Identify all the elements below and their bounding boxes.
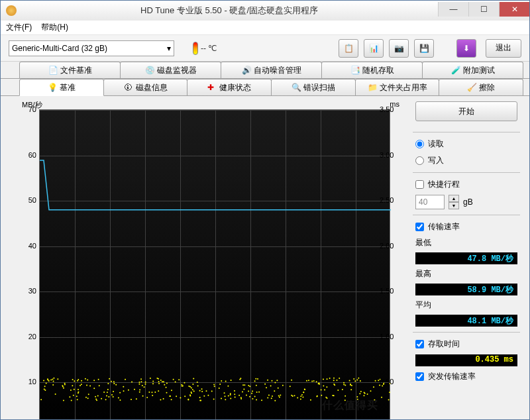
size-input[interactable] xyxy=(415,195,445,209)
copy-graph-button[interactable]: 📊 xyxy=(364,39,384,58)
svg-point-177 xyxy=(280,394,281,395)
temperature-display: -- ℃ xyxy=(193,42,217,55)
svg-point-126 xyxy=(271,397,272,399)
svg-point-24 xyxy=(163,398,164,399)
copy-button[interactable]: 📋 xyxy=(339,39,358,58)
exit-button[interactable]: 退出 xyxy=(486,39,521,58)
checkbox-access[interactable]: 存取时间 xyxy=(410,338,523,350)
svg-point-199 xyxy=(276,380,278,381)
svg-point-271 xyxy=(264,384,266,385)
menu-help[interactable]: 帮助(H) xyxy=(41,22,68,33)
checkbox-quick[interactable]: 快捷行程 xyxy=(410,178,523,191)
svg-point-175 xyxy=(180,397,181,399)
svg-point-50 xyxy=(266,387,267,388)
svg-point-91 xyxy=(173,379,174,380)
svg-point-29 xyxy=(86,384,87,386)
svg-point-190 xyxy=(325,397,327,398)
max-label: 最高 xyxy=(410,268,523,280)
svg-point-245 xyxy=(113,383,115,384)
tab-folder-usage[interactable]: 📁文件夹占用率 xyxy=(355,79,440,95)
save-button[interactable]: 💾 xyxy=(414,39,434,58)
svg-point-189 xyxy=(238,395,240,396)
tab-file-benchmark[interactable]: 📄文件基准 xyxy=(19,62,121,78)
svg-point-79 xyxy=(64,384,66,386)
svg-point-122 xyxy=(113,391,114,392)
svg-point-134 xyxy=(103,392,105,393)
svg-point-152 xyxy=(213,384,215,385)
svg-point-97 xyxy=(290,386,291,387)
svg-point-133 xyxy=(138,384,140,385)
svg-point-107 xyxy=(87,397,89,399)
svg-point-213 xyxy=(240,397,242,398)
svg-point-291 xyxy=(158,381,160,382)
svg-point-83 xyxy=(364,395,365,396)
svg-point-266 xyxy=(191,392,192,394)
svg-point-90 xyxy=(234,390,235,392)
options-button[interactable]: ⬇ xyxy=(456,39,476,58)
svg-point-84 xyxy=(146,397,148,398)
toolbar: Generic-Multi-Card (32 gB) ▾ -- ℃ 📋 📊 📷 … xyxy=(1,35,529,62)
avg-value: 48.1 MB/秒 xyxy=(415,315,517,327)
svg-point-183 xyxy=(131,399,132,400)
svg-point-238 xyxy=(201,391,203,392)
svg-point-147 xyxy=(125,379,126,380)
tab-disk-info[interactable]: 🛈磁盘信息 xyxy=(103,79,188,95)
svg-point-282 xyxy=(319,384,320,385)
close-button[interactable]: ✕ xyxy=(499,2,529,17)
svg-point-223 xyxy=(323,379,324,380)
svg-point-164 xyxy=(256,392,258,393)
svg-point-32 xyxy=(53,378,54,379)
folder-icon: 📁 xyxy=(368,83,377,92)
svg-point-250 xyxy=(225,395,226,397)
maximize-button[interactable]: ☐ xyxy=(468,2,499,17)
svg-point-202 xyxy=(105,399,107,400)
tab-health[interactable]: ✚健康状态 xyxy=(187,79,272,95)
tab-random-access[interactable]: 📑随机存取 xyxy=(321,62,423,78)
svg-point-268 xyxy=(96,399,97,401)
svg-point-37 xyxy=(193,378,194,380)
tab-erase[interactable]: 🧹擦除 xyxy=(439,79,523,95)
spinner-buttons[interactable]: ▲▼ xyxy=(449,195,459,209)
svg-point-254 xyxy=(239,379,240,380)
checkbox-transfer[interactable]: 传输速率 xyxy=(410,221,523,233)
chevron-down-icon: ▾ xyxy=(167,44,171,53)
tab-extra-tests[interactable]: 🧪附加测试 xyxy=(422,62,523,78)
svg-point-132 xyxy=(333,378,335,379)
svg-point-86 xyxy=(248,391,249,392)
tab-benchmark[interactable]: 💡基准 xyxy=(19,79,104,96)
svg-point-174 xyxy=(211,390,213,392)
svg-point-1 xyxy=(63,388,64,389)
svg-point-22 xyxy=(176,395,177,397)
svg-point-155 xyxy=(144,386,145,388)
menubar: 文件(F) 帮助(H) xyxy=(1,21,529,35)
radio-write[interactable]: 写入 xyxy=(410,154,523,167)
radio-read[interactable]: 读取 xyxy=(410,138,523,150)
svg-point-292 xyxy=(267,380,268,381)
svg-point-247 xyxy=(44,390,46,391)
svg-point-23 xyxy=(73,395,74,396)
extra-icon: 🧪 xyxy=(451,66,460,75)
tab-error-scan[interactable]: 🔍错误扫描 xyxy=(271,79,356,95)
menu-file[interactable]: 文件(F) xyxy=(6,22,32,33)
tab-disk-monitor[interactable]: 💿磁盘监视器 xyxy=(120,62,221,78)
svg-point-251 xyxy=(169,395,170,397)
tab-noise-management[interactable]: 🔊自动噪音管理 xyxy=(221,62,322,78)
screenshot-button[interactable]: 📷 xyxy=(389,39,409,58)
start-button[interactable]: 开始 xyxy=(415,101,517,121)
svg-point-80 xyxy=(138,382,140,383)
svg-point-17 xyxy=(52,384,54,386)
svg-point-297 xyxy=(304,389,305,390)
svg-point-184 xyxy=(274,382,276,384)
drive-select[interactable]: Generic-Multi-Card (32 gB) ▾ xyxy=(9,40,174,56)
svg-point-225 xyxy=(274,400,276,401)
svg-point-159 xyxy=(166,383,168,384)
svg-point-226 xyxy=(249,396,250,397)
svg-point-194 xyxy=(43,380,44,382)
svg-point-249 xyxy=(206,390,207,392)
svg-point-44 xyxy=(300,395,301,397)
svg-point-180 xyxy=(55,394,56,395)
svg-point-229 xyxy=(160,399,161,401)
minimize-button[interactable]: — xyxy=(438,2,468,17)
checkbox-burst[interactable]: 突发传输速率 xyxy=(410,370,523,383)
copy-graph-icon: 📊 xyxy=(369,44,379,53)
